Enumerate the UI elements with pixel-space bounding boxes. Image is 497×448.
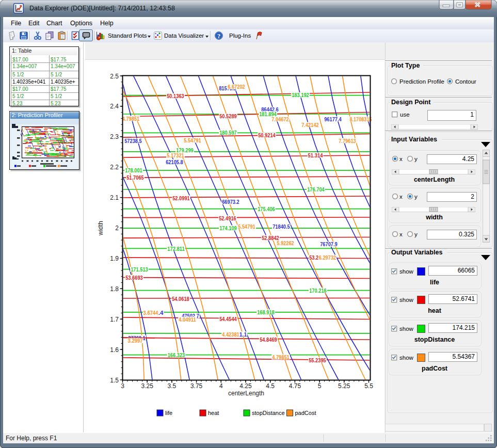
svg-text:4.5: 4.5 [266, 382, 275, 390]
svg-text:5: 5 [318, 382, 322, 390]
svg-text:4: 4 [219, 382, 223, 390]
svg-text:width: width [97, 221, 104, 236]
svg-text:174.109: 174.109 [219, 225, 237, 231]
svg-text:180.597: 180.597 [219, 130, 237, 136]
svg-text:4.79851: 4.79851 [272, 354, 290, 360]
svg-text:3.25: 3.25 [141, 382, 154, 390]
svg-text:3.75: 3.75 [190, 382, 203, 390]
svg-text:2.1: 2.1 [110, 194, 119, 201]
svg-text:3: 3 [121, 382, 124, 390]
svg-text:54.8469: 54.8469 [260, 337, 277, 343]
svg-text:62105.8: 62105.8 [166, 159, 183, 165]
svg-text:166.323: 166.323 [168, 352, 185, 358]
svg-text:5.5: 5.5 [364, 382, 373, 390]
svg-text:66973.2: 66973.2 [222, 199, 239, 205]
svg-text:178.001: 178.001 [125, 167, 142, 173]
svg-text:5.54791: 5.54791 [184, 137, 201, 143]
svg-text:5.17321: 5.17321 [167, 152, 184, 158]
svg-text:3.5: 3.5 [168, 382, 177, 390]
svg-text:2.2: 2.2 [110, 164, 119, 171]
svg-text:51.314: 51.314 [308, 152, 324, 158]
svg-text:71840.5: 71840.5 [272, 223, 290, 230]
svg-text:4.42381: 4.42381 [222, 331, 239, 338]
svg-text:54.4544: 54.4544 [219, 316, 237, 322]
svg-text:life: life [165, 410, 172, 416]
svg-text:50.5289: 50.5289 [219, 113, 237, 119]
svg-text:centerLength: centerLength [228, 390, 264, 397]
svg-text:52.4916: 52.4916 [219, 215, 236, 221]
svg-text:5.25: 5.25 [338, 382, 350, 390]
svg-text:7.79613: 7.79613 [339, 138, 356, 144]
svg-text:1.8: 1.8 [110, 285, 119, 293]
svg-text:50.1363: 50.1363 [167, 93, 184, 99]
svg-text:?: ? [217, 33, 220, 40]
svg-text:6.29732: 6.29732 [319, 254, 336, 261]
svg-text:.4: .4 [158, 310, 164, 316]
svg-text:57238.5: 57238.5 [124, 138, 142, 144]
svg-text:50.9214: 50.9214 [258, 132, 276, 138]
svg-text:54.0618: 54.0618 [172, 296, 189, 302]
svg-text:1.5: 1.5 [110, 377, 119, 384]
svg-text:8.1708315: 8.1708315 [349, 116, 372, 122]
svg-text:183.192: 183.192 [292, 92, 309, 98]
svg-text:2.3: 2.3 [110, 133, 119, 140]
svg-text:96177.4: 96177.4 [324, 116, 342, 122]
svg-text:1.6: 1.6 [110, 346, 119, 354]
svg-text:172.811: 172.811 [167, 246, 185, 252]
svg-text:52.0991: 52.0991 [172, 195, 190, 201]
svg-text:5.92262: 5.92262 [277, 240, 294, 246]
svg-text:7.42142: 7.42142 [301, 122, 319, 128]
svg-text:padCost: padCost [295, 410, 316, 416]
svg-text:3.6744: 3.6744 [143, 310, 159, 316]
svg-text:5.54791: 5.54791 [238, 223, 255, 230]
svg-text:stopDistance: stopDistance [252, 410, 285, 416]
svg-text:1.7: 1.7 [110, 316, 119, 323]
svg-text:heat: heat [208, 410, 219, 416]
svg-text:4.75: 4.75 [289, 382, 301, 390]
svg-text:51.7065: 51.7065 [126, 174, 144, 181]
svg-text:2.4: 2.4 [110, 103, 119, 110]
svg-text:4.25: 4.25 [239, 382, 252, 390]
svg-text:76707.9: 76707.9 [320, 241, 338, 247]
svg-text:171.513: 171.513 [131, 266, 148, 273]
svg-text:4.04911: 4.04911 [179, 316, 196, 323]
svg-text:1.1: 1.1 [239, 331, 247, 338]
svg-text:53.6693: 53.6693 [125, 275, 143, 281]
svg-text:7.04672: 7.04672 [271, 116, 289, 122]
svg-text:2: 2 [115, 225, 119, 232]
svg-text:1.9: 1.9 [110, 255, 119, 262]
svg-text:2.5: 2.5 [110, 73, 119, 80]
svg-text:168.918: 168.918 [257, 309, 275, 315]
svg-text:4.79851: 4.79851 [122, 116, 140, 122]
svg-text:55.2395: 55.2395 [309, 357, 326, 363]
svg-text:176.704: 176.704 [307, 186, 325, 193]
svg-text:170.216: 170.216 [309, 287, 327, 294]
svg-text:175.406: 175.406 [258, 206, 275, 212]
svg-text:6.67202: 6.67202 [228, 84, 245, 90]
svg-text:3.2997: 3.2997 [128, 338, 143, 344]
